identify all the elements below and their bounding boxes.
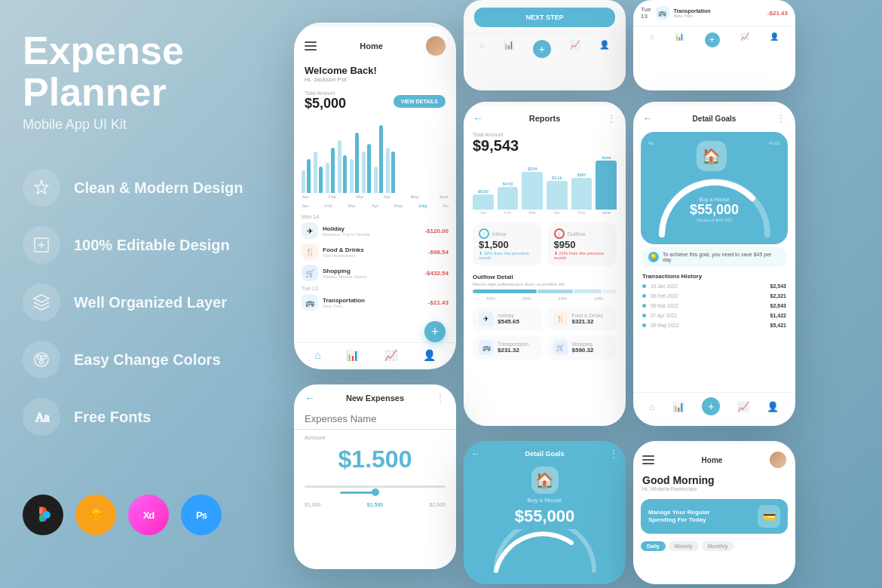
nav-chart-small[interactable]: 📈	[570, 40, 580, 58]
goals-bottom-nav: ⌂ 📊 + 📈 👤	[633, 392, 795, 420]
goals-header: ← Detail Goals ⋮	[633, 105, 795, 129]
goal-amount: $55,000	[690, 202, 739, 218]
next-step-button[interactable]: NEXT STEP	[474, 8, 615, 27]
slider-max: $2,000	[430, 502, 446, 507]
app-title-line1: Expense Planner	[23, 30, 256, 112]
reports-total-label: Total Amount	[473, 132, 617, 137]
more-icon-goals-bottom[interactable]: ⋮	[609, 449, 618, 459]
outflow-label: Outflow	[568, 231, 586, 237]
svg-point-2	[38, 356, 41, 360]
goals-bottom-header: ← Detail Goals ⋮	[464, 444, 626, 464]
transport-amount: -$21.43	[767, 10, 788, 17]
slider-value: $1,500	[367, 502, 383, 507]
tip-icon: 💡	[648, 252, 659, 262]
total-amount: $5,000	[305, 96, 346, 112]
gauge-arc: Buy a House $55,000 Saved of $45,432	[648, 174, 780, 238]
colors-icon	[23, 341, 60, 378]
svg-point-3	[42, 356, 46, 360]
trans-food: 🍴 Food & Drinks Fish Restaurant -$98.54	[302, 243, 449, 260]
gm-tab-weekly[interactable]: Weekly	[669, 541, 699, 551]
expenses-name-input[interactable]	[294, 409, 456, 430]
slider-thumb[interactable]	[372, 488, 379, 496]
add-btn-goals[interactable]: +	[702, 397, 720, 415]
inflow-outflow: ↑ Inflow $1,500 ⬆ 32% from the previous …	[464, 218, 626, 271]
saved-label: Saved of $45,432	[690, 218, 739, 222]
nav-profile-small[interactable]: 👤	[599, 40, 610, 58]
shopping-icon: 🛒	[302, 265, 318, 281]
gm-tab-monthly[interactable]: Monthly	[702, 541, 734, 551]
welcome-text: Welcome Back!	[305, 65, 446, 76]
tool-icons: Xd Ps	[23, 495, 256, 535]
svg-rect-12	[39, 507, 43, 515]
outflow-sub: Mauris eget pellentesque diam, at portti…	[464, 282, 626, 289]
top-right-content: Tue13 🚌 Transportation New York -$21.43	[633, 0, 795, 26]
percent-labels: 45% 25% 20% 10%	[464, 296, 626, 301]
more-icon-reports[interactable]: ⋮	[606, 112, 617, 124]
gm-header: Home	[633, 444, 795, 473]
shopping-cat-icon: 🛒	[553, 340, 568, 355]
back-btn-goals-bottom[interactable]: ←	[471, 449, 480, 459]
app-title-block: Expense Planner Mobile App UI Kit	[23, 30, 256, 169]
fonts-icon: Aa	[23, 398, 60, 436]
feature-label-fonts: Free Fonts	[74, 409, 151, 426]
nav-stats-small[interactable]: 📊	[504, 40, 514, 58]
add-btn-area: +	[294, 320, 456, 342]
gauge-arc-bottom	[464, 529, 626, 574]
gm-user: Hi, Wisteria Ravenclaw	[633, 486, 795, 496]
transport-cat-icon: 🚌	[479, 340, 494, 355]
trans-transport: 🚌 Transportation New York... -$21.43	[302, 294, 449, 311]
tip-text: To achieve this goal, you need to save $…	[663, 252, 780, 262]
house-icon-bottom: 🏠	[531, 467, 559, 494]
trans-history-title: Transactions History	[633, 270, 795, 281]
trans-shopping: 🛒 Shopping Weekly Market Spend -$432.54	[302, 265, 449, 281]
nav-home-small[interactable]: ⌂	[479, 40, 485, 58]
inflow-indicator: ↑	[479, 228, 489, 239]
feature-item-fonts: Aa Free Fonts	[23, 398, 256, 436]
home-nav[interactable]: ⌂	[314, 349, 320, 361]
inflow-label: Inflow	[492, 231, 506, 237]
phones-area: Home Welcome Back! Hi, Jackson Pot Total…	[279, 0, 882, 588]
gm-menu-icon[interactable]	[642, 455, 654, 464]
gm-banner-icon: 💳	[758, 505, 780, 528]
food-cat-icon: 🍴	[553, 311, 568, 326]
more-icon-goals[interactable]: ⋮	[776, 112, 786, 124]
goals-bottom-amount: $55,000	[464, 507, 626, 526]
back-button-goals[interactable]: ←	[642, 112, 653, 124]
menu-icon[interactable]	[305, 41, 317, 51]
svg-point-4	[40, 360, 44, 364]
slider-area: $1,000 $1,500 $2,000	[294, 476, 456, 510]
app-subtitle: Mobile App UI Kit	[23, 117, 256, 133]
view-details-button[interactable]: VIEW DETAILS	[394, 95, 446, 108]
feature-label-editable: 100% Editable Design	[74, 237, 230, 254]
transport-top-icon: 🚌	[656, 6, 669, 20]
top-right-nav: ⌂ 📊 + 📈 👤	[633, 26, 795, 54]
phone-new-expenses: ← New Expenses ⋮ Amount $1.500 $1,000 $1…	[294, 384, 456, 569]
reports-chart: $9.60 Jan $4.53 Feb $234 Mar $3.1k Apr $…	[464, 158, 626, 218]
add-btn-small[interactable]: +	[533, 40, 551, 58]
add-btn-top-right[interactable]: +	[705, 32, 720, 47]
stats-nav[interactable]: 📊	[346, 349, 359, 361]
svg-rect-10	[39, 514, 43, 522]
house-icon: 🏠	[697, 141, 727, 171]
chart-nav[interactable]: 📈	[384, 349, 397, 361]
add-transaction-button[interactable]: +	[424, 321, 446, 342]
ps-icon: Ps	[181, 495, 222, 535]
outflow-change: ⬇ 21% from the previous month	[554, 250, 611, 260]
small-phone-nav: ⌂ 📊 + 📈 👤	[464, 33, 626, 64]
more-icon-expenses[interactable]: ⋮	[435, 392, 446, 404]
cat-shopping: 🛒 Shopping $590.32	[547, 335, 617, 360]
inflow-change: ⬆ 32% from the previous month	[479, 250, 536, 260]
trans-date-tue: Tue 13	[302, 286, 449, 291]
food-icon: 🍴	[302, 243, 318, 260]
back-button-expenses[interactable]: ←	[305, 392, 315, 404]
gm-tab-daily[interactable]: Daily	[641, 541, 666, 551]
history-may: 08 May 2022 $5,421	[633, 320, 795, 330]
xd-icon: Xd	[128, 495, 169, 535]
history-jan: 10 Jan 2022 $2,543	[633, 281, 795, 291]
left-panel: Expense Planner Mobile App UI Kit Clean …	[0, 0, 279, 588]
inflow-card: ↑ Inflow $1,500 ⬆ 32% from the previous …	[473, 222, 542, 266]
back-button-reports[interactable]: ←	[473, 112, 483, 124]
profile-nav[interactable]: 👤	[423, 349, 436, 361]
sketch-icon	[75, 495, 116, 535]
cat-transport: 🚌 Transportation $231.32	[473, 335, 543, 360]
